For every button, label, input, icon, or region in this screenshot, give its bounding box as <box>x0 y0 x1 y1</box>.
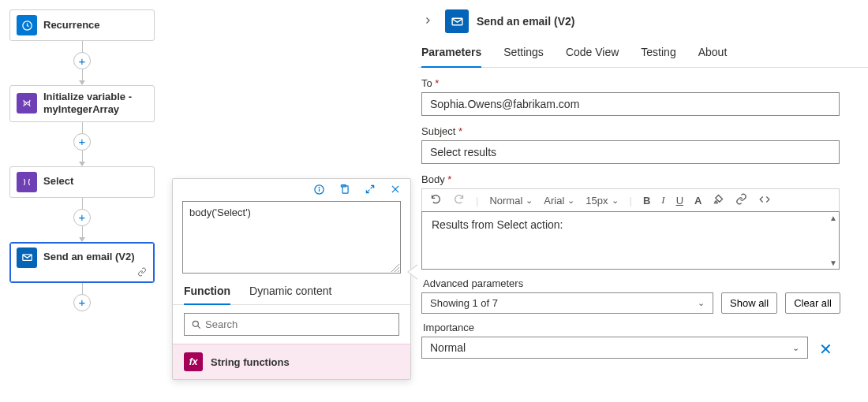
clipboard-icon[interactable] <box>339 184 350 198</box>
resize-handle-icon[interactable] <box>391 264 399 272</box>
category-label: String functions <box>211 356 290 368</box>
expression-textarea[interactable]: body('Select') <box>182 201 401 274</box>
tab-code-view[interactable]: Code View <box>566 46 619 67</box>
subject-label: Subject * <box>421 125 865 137</box>
font-select[interactable]: Arial ⌄ <box>544 195 574 207</box>
expression-editor-popup: body('Select') Function Dynamic content … <box>172 178 411 380</box>
flow-node-variable[interactable]: Initialize variable - myIntegerArray <box>9 85 155 122</box>
close-icon[interactable] <box>390 184 401 198</box>
function-category-string[interactable]: fx String functions <box>173 344 410 379</box>
flow-node-label: Send an email (V2) <box>43 251 135 263</box>
scroll-up-icon[interactable]: ▲ <box>829 214 837 222</box>
clear-all-button[interactable]: Clear all <box>785 292 840 314</box>
info-icon[interactable] <box>313 184 325 198</box>
to-input[interactable]: Sophia.Owens@fabrikam.com <box>421 92 840 116</box>
search-input[interactable] <box>202 317 392 332</box>
tab-function[interactable]: Function <box>184 285 230 305</box>
advanced-params-select[interactable]: Showing 1 of 7⌄ <box>421 292 713 314</box>
search-icon <box>191 319 202 330</box>
panel-tabs: Parameters Settings Code View Testing Ab… <box>418 41 868 68</box>
outlook-icon <box>445 9 469 33</box>
show-all-button[interactable]: Show all <box>721 292 777 314</box>
flow-node-label: Select <box>43 175 73 188</box>
italic-button[interactable]: I <box>661 194 664 207</box>
fx-icon: fx <box>184 352 203 371</box>
add-step-button[interactable]: + <box>73 209 91 226</box>
flow-node-recurrence[interactable]: Recurrence <box>9 9 155 41</box>
expression-search[interactable] <box>184 313 399 336</box>
link-icon <box>137 267 148 279</box>
size-select[interactable]: 15px ⌄ <box>586 195 618 207</box>
outlook-icon <box>17 248 37 268</box>
svg-line-10 <box>197 326 200 328</box>
collapse-panel-icon[interactable] <box>418 13 437 30</box>
tab-settings[interactable]: Settings <box>503 46 544 67</box>
importance-select[interactable]: Normal⌄ <box>421 337 808 359</box>
scroll-down-icon[interactable]: ▼ <box>829 259 837 267</box>
flow-node-label: Recurrence <box>43 19 100 32</box>
flow-connector: + <box>9 283 155 311</box>
add-step-button[interactable]: + <box>73 52 91 69</box>
font-color-button[interactable]: A <box>694 195 702 207</box>
clear-importance-icon[interactable]: ✕ <box>819 340 832 359</box>
flow-connector: + <box>9 122 155 166</box>
svg-point-9 <box>193 321 198 326</box>
code-button[interactable] <box>758 194 771 207</box>
highlight-button[interactable] <box>713 193 724 207</box>
body-editor[interactable]: Results from Select action: <box>422 212 839 237</box>
richtext-toolbar: | Normal ⌄ Arial ⌄ 15px ⌄ | B I U A <box>421 188 840 211</box>
flow-connector: + <box>9 198 155 242</box>
tab-testing[interactable]: Testing <box>641 46 675 67</box>
subject-input[interactable]: Select results <box>421 140 840 164</box>
tab-about[interactable]: About <box>698 46 728 67</box>
tab-parameters[interactable]: Parameters <box>421 46 481 68</box>
panel-title: Send an email (V2) <box>477 15 574 28</box>
flow-node-select[interactable]: Select <box>9 166 155 198</box>
flow-connector: + <box>9 41 155 85</box>
flow-node-send-email[interactable]: Send an email (V2) <box>9 242 155 283</box>
popup-pointer <box>407 264 417 280</box>
svg-point-4 <box>319 188 320 188</box>
clock-icon <box>17 15 37 35</box>
action-details-panel: Send an email (V2) Parameters Settings C… <box>418 0 868 402</box>
add-step-button[interactable]: + <box>73 294 91 311</box>
link-button[interactable] <box>735 193 747 207</box>
flow-node-label: Initialize variable - myIntegerArray <box>43 91 148 117</box>
bold-button[interactable]: B <box>643 195 650 207</box>
to-label: To * <box>421 77 865 89</box>
underline-button[interactable]: U <box>676 195 683 207</box>
body-label: Body * <box>421 173 865 185</box>
redo-icon[interactable] <box>453 193 465 207</box>
expand-icon[interactable] <box>365 184 376 198</box>
tab-dynamic-content[interactable]: Dynamic content <box>249 285 331 304</box>
add-step-button[interactable]: + <box>73 133 91 151</box>
select-icon <box>17 172 37 192</box>
designer-flow-column: Recurrence + Initialize variable - myInt… <box>9 9 155 311</box>
expression-tabs: Function Dynamic content <box>173 278 410 305</box>
undo-icon[interactable] <box>430 193 442 207</box>
advanced-label: Advanced parameters <box>423 277 713 289</box>
importance-label: Importance <box>423 322 808 333</box>
variable-icon <box>17 93 37 114</box>
style-select[interactable]: Normal ⌄ <box>489 195 533 207</box>
